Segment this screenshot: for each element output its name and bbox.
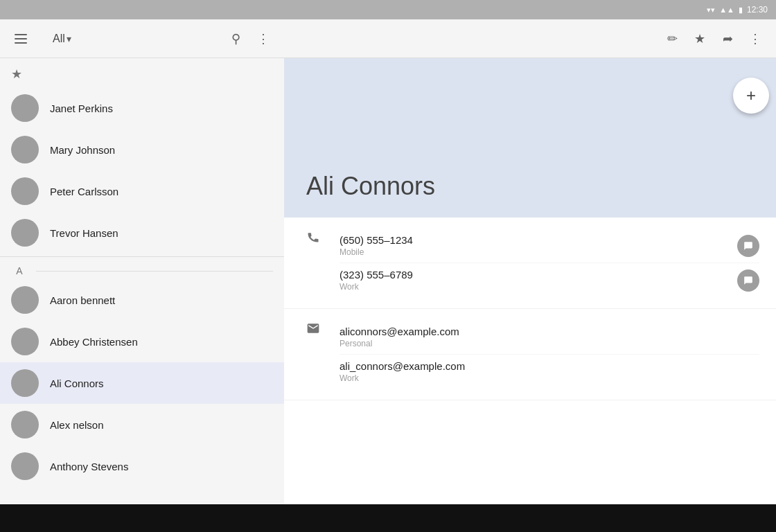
status-bar: ▾▾ ▲▲ ▮ 12:30: [0, 0, 776, 19]
contact-name: Abbey Christensen: [50, 336, 138, 348]
contact-hero-name: Ali Connors: [306, 172, 435, 201]
hamburger-icon: [15, 42, 27, 44]
avatar: [11, 411, 39, 438]
email-label: Personal: [340, 339, 459, 348]
detail-toolbar: ✏ ★ ➦ ⋮: [284, 19, 776, 58]
signal-icon: ▲▲: [719, 6, 734, 14]
battery-icon: ▮: [739, 6, 743, 15]
phone-info: (323) 555–6789 Work: [340, 269, 413, 292]
starred-section: ★ Janet Perkins Mary Johnson Peter Carls…: [0, 58, 284, 257]
email-info: aliconnors@example.com Personal: [340, 326, 459, 348]
email-section: aliconnors@example.com Personal ali_conn…: [284, 309, 776, 400]
contact-name: Trevor Hansen: [50, 227, 118, 239]
time-display: 12:30: [747, 5, 768, 15]
phone-section: (650) 555–1234 Mobile (323) 555–6789: [284, 218, 776, 309]
more-icon: ⋮: [749, 31, 761, 46]
edit-icon: ✏: [667, 31, 678, 46]
list-item[interactable]: Alex nelson: [0, 404, 284, 445]
contact-name: Alex nelson: [50, 419, 104, 431]
list-item[interactable]: Abbey Christensen: [0, 321, 284, 362]
email-label: Work: [340, 373, 465, 383]
toolbar-actions: ⚲ ⋮: [223, 26, 276, 51]
star-icon: ★: [694, 31, 705, 46]
email-entry-work: ali_connors@example.com Work: [340, 355, 759, 389]
add-contact-button[interactable]: +: [733, 78, 769, 114]
edit-button[interactable]: ✏: [660, 26, 685, 51]
message-button-work[interactable]: [737, 269, 759, 292]
email-entries: aliconnors@example.com Personal ali_conn…: [340, 320, 759, 389]
section-header-a: A: [0, 260, 284, 279]
wifi-icon: ▾▾: [707, 6, 715, 15]
contact-list: ★ Janet Perkins Mary Johnson Peter Carls…: [0, 58, 284, 532]
list-item[interactable]: Aaron bennett: [0, 279, 284, 321]
share-icon: ➦: [723, 31, 733, 46]
avatar: [11, 328, 39, 355]
email-value: ali_connors@example.com: [340, 360, 465, 372]
avatar: [11, 136, 39, 163]
phone-entries: (650) 555–1234 Mobile (323) 555–6789: [340, 229, 759, 297]
chevron-down-icon: ▾: [67, 33, 71, 44]
star-section-icon: ★: [11, 66, 28, 82]
avatar: [11, 219, 39, 247]
contact-name: Mary Johnson: [50, 144, 115, 156]
avatar: [11, 452, 39, 480]
email-entry-personal: aliconnors@example.com Personal: [340, 320, 759, 355]
phone-value: (650) 555–1234: [340, 234, 413, 246]
email-value: aliconnors@example.com: [340, 326, 459, 337]
filter-area[interactable]: All ▾: [53, 33, 218, 45]
more-icon: ⋮: [257, 31, 270, 46]
filter-label: All: [53, 33, 65, 45]
email-icon: [301, 320, 326, 339]
contact-hero: Ali Connors: [284, 58, 776, 218]
section-divider: [36, 271, 273, 272]
hamburger-icon: [15, 38, 27, 39]
list-item[interactable]: Mary Johnson: [0, 129, 284, 170]
search-button[interactable]: ⚲: [223, 26, 248, 51]
list-item[interactable]: Anthony Stevens: [0, 445, 284, 487]
star-button[interactable]: ★: [687, 26, 712, 51]
contact-name: Ali Connors: [50, 378, 104, 389]
bottom-navigation-bar: [0, 504, 776, 532]
section-letter: A: [11, 265, 28, 276]
share-button[interactable]: ➦: [715, 26, 740, 51]
list-item-active[interactable]: Ali Connors: [0, 362, 284, 404]
detail-panel: Ali Connors (650) 555–1234 Mobile: [284, 58, 776, 532]
phone-info: (650) 555–1234 Mobile: [340, 234, 413, 257]
starred-header: ★: [0, 61, 284, 87]
phone-entry-mobile: (650) 555–1234 Mobile: [340, 229, 759, 263]
avatar: [11, 94, 39, 122]
message-button-mobile[interactable]: [737, 235, 759, 257]
more-options-button[interactable]: ⋮: [251, 26, 276, 51]
search-icon: ⚲: [231, 31, 240, 46]
contact-name: Janet Perkins: [50, 103, 113, 114]
avatar: [11, 369, 39, 397]
menu-button[interactable]: [8, 26, 33, 51]
list-item[interactable]: Trevor Hansen: [0, 212, 284, 254]
contact-name: Peter Carlsson: [50, 186, 118, 197]
email-info: ali_connors@example.com Work: [340, 360, 465, 383]
detail-more-button[interactable]: ⋮: [743, 26, 768, 51]
list-item[interactable]: Janet Perkins: [0, 87, 284, 129]
contact-name: Anthony Stevens: [50, 461, 128, 472]
phone-entry-work: (323) 555–6789 Work: [340, 263, 759, 297]
phone-label: Work: [340, 282, 413, 292]
add-icon: +: [746, 86, 756, 105]
phone-icon: [301, 229, 326, 247]
hamburger-icon: [15, 34, 27, 35]
contact-name: Aaron bennett: [50, 294, 115, 306]
left-toolbar: All ▾ ⚲ ⋮: [0, 19, 284, 58]
phone-label: Mobile: [340, 247, 413, 257]
list-item[interactable]: Peter Carlsson: [0, 170, 284, 212]
phone-value: (323) 555–6789: [340, 269, 413, 281]
avatar: [11, 286, 39, 314]
contact-details: (650) 555–1234 Mobile (323) 555–6789: [284, 218, 776, 400]
avatar: [11, 177, 39, 205]
